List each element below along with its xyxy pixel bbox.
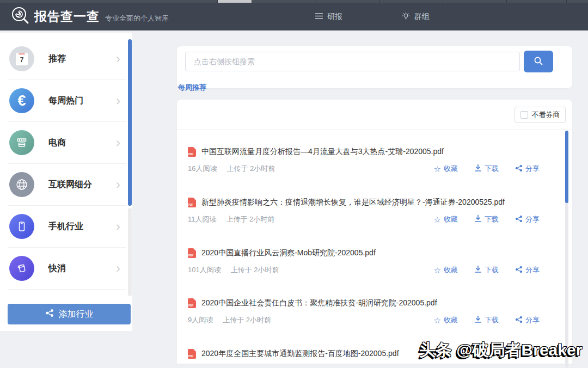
report-actions: ☆收藏 下载 分享 <box>434 265 540 275</box>
nav-item-groups[interactable]: 群组 <box>401 11 430 22</box>
report-meta: 9人阅读 上传于 2小时前 ☆收藏 下载 分享 <box>188 315 540 325</box>
share-button[interactable]: 分享 <box>515 265 540 275</box>
report-row: PDF 中国互联网流量月度分析报告—4月流量大盘与3大热点-艾瑞-202005.… <box>188 147 540 174</box>
download-button[interactable]: 下载 <box>474 164 499 174</box>
app-tagline: 专业全面的个人智库 <box>105 14 169 23</box>
share-icon <box>515 266 523 275</box>
download-button[interactable]: 下载 <box>474 315 499 325</box>
upload-time: 上传于 2小时前 <box>226 214 275 224</box>
pdf-file-icon: PDF <box>188 248 196 258</box>
chevron-right-icon: › <box>116 52 120 65</box>
share-button[interactable]: 分享 <box>515 164 540 174</box>
read-count: 16人阅读 <box>188 164 217 174</box>
report-title-link[interactable]: PDF 新型肺炎疫情影响之六：疫情退潮增长恢复，谁是区域经济明星？-海通证券-2… <box>188 198 540 207</box>
sidebar-category-list: MONDAY 7 推荐 › € 每周热门 › 电 <box>0 38 126 290</box>
read-count: 101人阅读 <box>188 265 221 275</box>
download-button[interactable]: 下载 <box>474 214 499 224</box>
hide-brokers-checkbox[interactable] <box>520 111 528 119</box>
report-title-link[interactable]: PDF 中国互联网流量月度分析报告—4月流量大盘与3大热点-艾瑞-202005.… <box>188 147 540 157</box>
browser-active-tab-edge <box>218 0 252 3</box>
chevron-right-icon: › <box>116 178 120 191</box>
report-row: PDF 新型肺炎疫情影响之六：疫情退潮增长恢复，谁是区域经济明星？-海通证券-2… <box>188 198 540 224</box>
category-sidebar: MONDAY 7 推荐 › € 每周热门 › 电 <box>0 33 132 331</box>
search-button[interactable] <box>524 51 553 72</box>
upload-time: 上传于 2小时前 <box>226 164 275 174</box>
read-count: 9人阅读 <box>188 315 213 325</box>
sidebar-item-label: 推荐 <box>48 53 116 65</box>
sidebar-scrollbar-track[interactable] <box>128 208 132 296</box>
sidebar-item-label: 手机行业 <box>48 221 116 232</box>
report-actions: ☆收藏 下载 分享 <box>434 315 540 325</box>
report-actions: ☆收藏 下载 分享 <box>434 214 540 224</box>
add-industry-button[interactable]: 添加行业 <box>8 304 131 324</box>
app-logo[interactable]: 报告查一查 专业全面的个人智库 <box>11 7 169 27</box>
app-header: 报告查一查 专业全面的个人智库 研报 群组 <box>0 3 588 30</box>
favorite-button[interactable]: ☆收藏 <box>434 214 458 224</box>
list-header-divider <box>177 130 572 130</box>
star-icon: ☆ <box>434 266 441 274</box>
star-icon: ☆ <box>434 216 441 224</box>
pdf-file-icon: PDF <box>188 147 196 157</box>
sidebar-scrollbar-thumb[interactable] <box>128 39 132 206</box>
favorite-button[interactable]: ☆收藏 <box>434 265 458 275</box>
search-card <box>177 46 572 88</box>
report-row: PDF 2020中国直播行业风云洞察-Mob研究院-202005.pdf 101… <box>188 248 540 275</box>
sidebar-item-label: 电商 <box>48 137 116 149</box>
search-icon <box>534 56 543 68</box>
sidebar-item-internet-segments[interactable]: 互联网细分 › <box>8 164 126 206</box>
share-icon <box>45 309 54 320</box>
hide-brokers-label: 不看券商 <box>532 110 560 120</box>
share-icon <box>515 164 523 174</box>
download-icon <box>474 214 482 224</box>
pdf-file-icon: PDF <box>188 298 196 308</box>
report-row: PDF 2020中国企业社会责任白皮书：聚焦精准扶贫-胡润研究院-202005.… <box>188 298 540 325</box>
upload-time: 上传于 2小时前 <box>223 315 271 325</box>
toutiao-watermark: 头条 @破局者Breaker <box>419 339 582 361</box>
share-icon <box>515 215 523 224</box>
menu-lines-icon <box>315 13 323 21</box>
sidebar-item-ecommerce[interactable]: 电商 › <box>8 122 126 164</box>
share-icon <box>515 316 523 325</box>
chevron-right-icon: › <box>116 136 120 149</box>
report-title: 中国互联网流量月度分析报告—4月流量大盘与3大热点-艾瑞-202005.pdf <box>201 147 444 157</box>
sidebar-item-label: 每周热门 <box>48 95 116 107</box>
sidebar-item-recommended[interactable]: MONDAY 7 推荐 › <box>8 38 126 80</box>
favorite-button[interactable]: ☆收藏 <box>434 164 458 174</box>
app-title: 报告查一查 <box>34 8 100 25</box>
chevron-right-icon: › <box>116 262 120 275</box>
smartphone-icon <box>9 214 34 239</box>
sidebar-item-label: 快消 <box>48 263 116 274</box>
bulb-icon <box>401 11 411 22</box>
nav-item-research-reports[interactable]: 研报 <box>315 12 342 22</box>
download-icon <box>474 265 482 275</box>
report-actions: ☆收藏 下载 分享 <box>434 164 540 174</box>
weekly-recommendation-link[interactable]: 每周推荐 <box>178 83 206 93</box>
star-icon: ☆ <box>434 165 441 173</box>
pdf-file-icon: PDF <box>188 349 196 359</box>
report-list-card: 不看券商 PDF 中国互联网流量月度分析报告—4月流量大盘与3大热点-艾瑞-20… <box>177 100 572 364</box>
report-title-link[interactable]: PDF 2020中国直播行业风云洞察-Mob研究院-202005.pdf <box>188 248 540 258</box>
browser-tab-strip <box>0 0 588 3</box>
hide-brokers-filter[interactable]: 不看券商 <box>514 107 566 123</box>
chevron-right-icon: › <box>116 94 120 107</box>
report-meta: 16人阅读 上传于 2小时前 ☆收藏 下载 分享 <box>188 164 540 174</box>
download-icon <box>474 164 482 174</box>
sidebar-item-mobile-industry[interactable]: 手机行业 › <box>8 206 126 248</box>
favorite-button[interactable]: ☆收藏 <box>434 315 458 325</box>
sidebar-item-weekly-hot[interactable]: € 每周热门 › <box>8 80 126 122</box>
share-button[interactable]: 分享 <box>515 214 540 224</box>
report-title-link[interactable]: PDF 2020中国企业社会责任白皮书：聚焦精准扶贫-胡润研究院-202005.… <box>188 298 540 308</box>
pdf-file-icon: PDF <box>188 198 196 207</box>
nav-label: 研报 <box>327 12 342 22</box>
report-title: 2020中国直播行业风云洞察-Mob研究院-202005.pdf <box>201 248 376 258</box>
sidebar-item-fmcg[interactable]: 快消 › <box>8 248 126 290</box>
download-button[interactable]: 下载 <box>474 265 499 275</box>
share-button[interactable]: 分享 <box>515 315 540 325</box>
star-icon: ☆ <box>434 316 441 324</box>
download-icon <box>474 315 482 325</box>
search-input[interactable] <box>185 52 520 71</box>
content-scrollbar-thumb[interactable] <box>565 131 568 203</box>
calendar-icon: MONDAY 7 <box>9 46 34 71</box>
add-industry-label: 添加行业 <box>59 309 94 320</box>
upload-time: 上传于 2小时前 <box>231 265 279 275</box>
